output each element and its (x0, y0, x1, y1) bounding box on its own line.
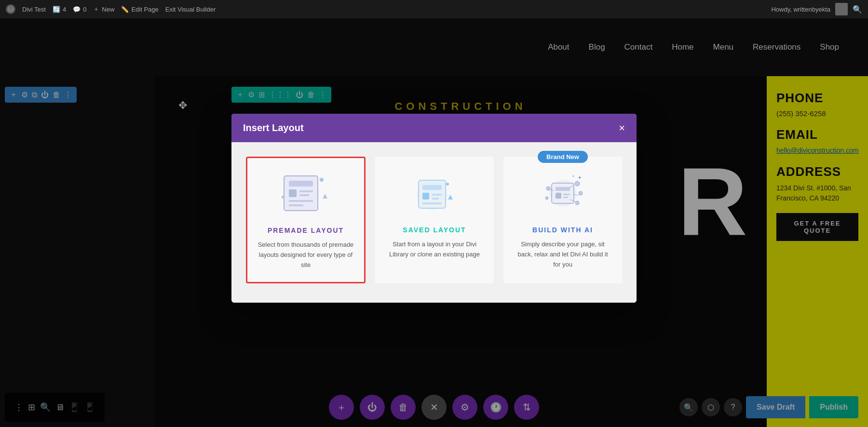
ai-layout-card[interactable]: Brand New (503, 157, 622, 283)
saved-layout-card[interactable]: SAVED LAYOUT Start from a layout in your… (375, 157, 494, 283)
svg-rect-15 (422, 193, 429, 200)
svg-marker-20 (448, 195, 453, 200)
modal-body: PREMADE LAYOUT Select from thousands of … (231, 142, 637, 302)
page-background: About Blog Contact Home Menu Reservation… (0, 18, 868, 427)
svg-point-30 (546, 187, 550, 190)
saved-layout-icon (406, 169, 463, 217)
svg-text:✦: ✦ (578, 175, 582, 180)
svg-point-29 (575, 201, 579, 205)
svg-marker-11 (323, 194, 327, 199)
saved-layout-title: SAVED LAYOUT (403, 226, 466, 234)
svg-point-9 (320, 178, 324, 182)
ai-layout-icon: ✦ ✦ (534, 169, 592, 217)
svg-point-10 (282, 196, 285, 199)
svg-rect-5 (299, 190, 313, 192)
svg-point-19 (446, 183, 449, 186)
modal-header: Insert Layout × (231, 114, 637, 142)
svg-rect-25 (563, 194, 570, 195)
svg-rect-24 (556, 193, 561, 199)
brand-new-badge: Brand New (538, 151, 588, 163)
premade-layout-title: PREMADE LAYOUT (268, 227, 344, 234)
svg-rect-8 (289, 204, 303, 206)
premade-layout-desc: Select from thousands of premade layouts… (257, 240, 354, 270)
svg-text:✦: ✦ (572, 174, 575, 178)
svg-text:W: W (9, 7, 13, 12)
svg-rect-16 (432, 194, 442, 196)
user-avatar[interactable] (835, 3, 848, 15)
modal-overlay: Insert Layout × (0, 18, 868, 427)
svg-rect-4 (289, 189, 297, 197)
admin-bar-right: Howdy, writtenbyekta 🔍 (771, 3, 862, 15)
exit-builder-link[interactable]: Exit Visual Builder (165, 6, 216, 13)
howdy-text: Howdy, writtenbyekta (771, 6, 830, 13)
modal-close-button[interactable]: × (619, 123, 625, 133)
saved-layout-desc: Start from a layout in your Divi Library… (386, 240, 483, 260)
svg-rect-26 (563, 197, 568, 198)
modal-title: Insert Layout (243, 122, 304, 133)
ai-layout-desc: Simply describe your page, sit back, rel… (514, 240, 611, 269)
admin-search-icon[interactable]: 🔍 (853, 5, 862, 14)
ai-layout-title: BUILD WITH AI (532, 226, 593, 234)
premade-layout-card[interactable]: PREMADE LAYOUT Select from thousands of … (246, 157, 366, 283)
edit-page-link[interactable]: ✏️ Edit Page (121, 6, 158, 13)
wordpress-logo[interactable]: W (6, 4, 15, 14)
svg-rect-6 (299, 194, 309, 196)
admin-bar-left: W Divi Test 🔄 4 💬 0 ＋ New ✏️ Edit Page E… (6, 4, 216, 14)
site-name[interactable]: Divi Test (22, 6, 46, 13)
svg-rect-18 (422, 202, 442, 204)
svg-point-27 (575, 181, 580, 186)
svg-rect-22 (552, 183, 574, 203)
svg-point-28 (579, 191, 583, 195)
svg-rect-17 (432, 198, 439, 200)
svg-rect-7 (289, 200, 313, 202)
admin-bar: W Divi Test 🔄 4 💬 0 ＋ New ✏️ Edit Page E… (0, 0, 868, 18)
svg-rect-3 (289, 181, 313, 187)
insert-layout-modal: Insert Layout × (231, 114, 637, 302)
svg-point-31 (545, 197, 548, 200)
comments-count[interactable]: 💬 0 (73, 6, 86, 13)
updates-count[interactable]: 🔄 4 (53, 6, 66, 13)
new-button[interactable]: ＋ New (93, 5, 114, 13)
premade-layout-icon (277, 170, 335, 218)
svg-rect-23 (556, 187, 570, 191)
svg-rect-14 (422, 185, 442, 190)
